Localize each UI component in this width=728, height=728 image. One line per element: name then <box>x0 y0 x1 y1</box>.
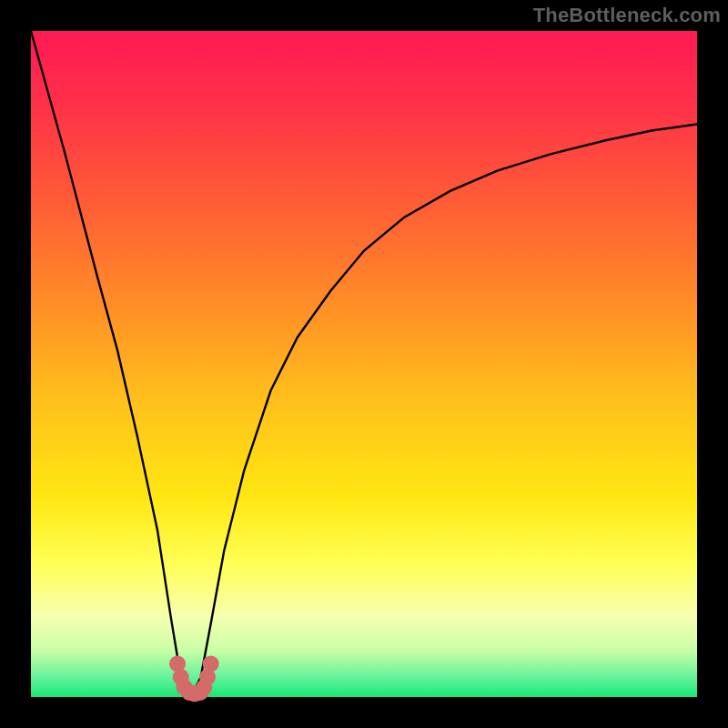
bottleneck-chart <box>0 0 728 728</box>
attribution-text: TheBottleneck.com <box>533 4 721 27</box>
notch-dot <box>203 655 219 672</box>
plot-background <box>31 31 697 697</box>
chart-container: TheBottleneck.com <box>0 0 728 728</box>
